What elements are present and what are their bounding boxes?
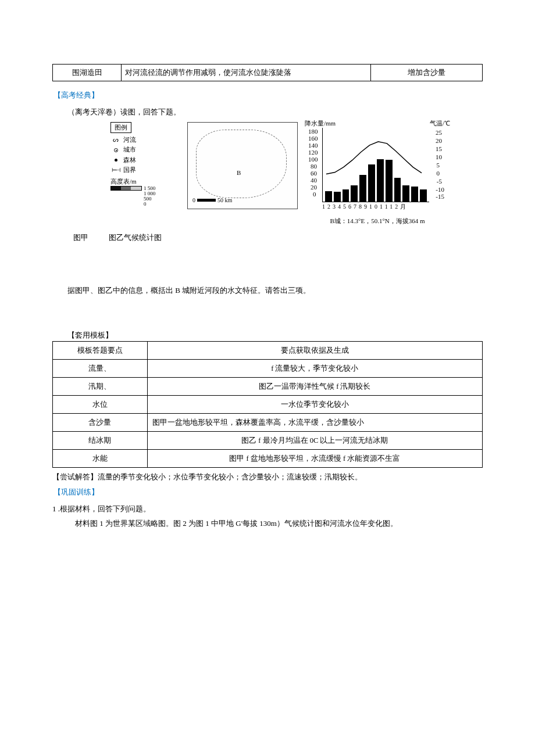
- legend-forest: 森林: [123, 156, 136, 164]
- legend-border: 国界: [123, 166, 136, 174]
- source-line: （离考天滓卷）读图，回答下题。: [52, 106, 483, 119]
- answer-line: 【尝试解答】流量的季节变化较小；水位季节变化较小；含沙量较小；流速较缓；汛期较长…: [52, 471, 483, 483]
- legend-elev-title: 高度表/m: [110, 177, 180, 186]
- table-row: 含沙量图甲一盆地地形较平坦，森林覆盖率高，水流平缓，含沙量较小: [53, 413, 483, 431]
- template-caption: 【套用模板】: [67, 329, 483, 342]
- table-row: 流量、f 流量较大，季节变化较小: [53, 359, 483, 377]
- scale-label: 50 km: [217, 196, 232, 205]
- top-cell-right: 增加含沙量: [370, 65, 482, 81]
- template-table: 模板答题要点 要点获取依据及生成 流量、f 流量较大，季节变化较小 汛期、图乙一…: [52, 341, 483, 468]
- section-gaokao: 【高考经典】: [54, 89, 482, 102]
- chart-right-axis: 气温/℃: [430, 119, 450, 129]
- forest-icon: [110, 159, 121, 162]
- fig-cap-left: 图甲: [73, 233, 88, 242]
- table-row: 结冰期图乙 f 最冷月均温在 0C 以上一河流无结冰期: [53, 431, 483, 449]
- q1-number: 1 .根据材料，回答下列问题。: [52, 503, 483, 515]
- map-legend: 图例 ᔕ河流 城市 森林 ⊢·⊣国界 高度表/m 1 500 1 000 500…: [110, 122, 180, 207]
- scale-bar-icon: [197, 199, 216, 202]
- x-ticks: 123456789101112月: [322, 202, 408, 212]
- figure-row: 图例 ᔕ河流 城市 森林 ⊢·⊣国界 高度表/m 1 500 1 000 500…: [110, 122, 483, 227]
- border-icon: ⊢·⊣: [110, 166, 121, 174]
- figure-captions: 图甲 图乙气候统计图: [73, 232, 483, 244]
- question-text: 据图甲、图乙中的信息，概括出 B 城附近河段的水文特征。请答出三项。: [52, 285, 483, 297]
- table-row: 水能图甲 f 盆地地形较平坦，水流缓慢 f 水能资源不生富: [53, 449, 483, 467]
- fig-cap-right: 图乙气候统计图: [109, 233, 162, 242]
- elevation-bar-icon: [110, 186, 142, 191]
- legend-river: 河流: [123, 135, 136, 144]
- elev-0: 0: [144, 202, 155, 207]
- climate-chart: 降水量/mm 气温/℃ 180 160 140 120 100 80 60 40…: [305, 122, 450, 227]
- river-icon: ᔕ: [110, 135, 121, 144]
- chart-caption: B城：14.3°E，50.1°N，海拔364 m: [305, 216, 450, 227]
- temp-curve-icon: [323, 128, 429, 200]
- section-gonggu: 【巩固训练】: [54, 486, 482, 499]
- map-point-b: B: [237, 168, 241, 178]
- table-row: 汛期、图乙一温带海洋性气候 f 汛期较长: [53, 377, 483, 395]
- th-key: 模板答题要点: [53, 341, 148, 359]
- table-row: 水位一水位季节变化较小: [53, 395, 483, 413]
- legend-city: 城市: [123, 145, 136, 154]
- map-panel: B 0 50 km: [187, 122, 298, 209]
- map-outline: [196, 130, 287, 198]
- chart-axes: [322, 128, 429, 202]
- legend-title: 图例: [110, 122, 131, 133]
- top-cell-left: 围湖造田: [53, 65, 122, 81]
- city-icon: [110, 148, 121, 152]
- scale-zero: 0: [192, 196, 195, 205]
- top-cell-mid: 对河流径流的调节作用减弱，使河流水位陡涨陡落: [122, 65, 371, 81]
- tick-0: 0: [313, 189, 316, 200]
- th-val: 要点获取依据及生成: [147, 341, 482, 359]
- ttick-m15: -15: [436, 192, 444, 202]
- top-table: 围湖造田 对河流径流的调节作用减弱，使河流水位陡涨陡落 增加含沙量: [52, 64, 483, 81]
- q1-material: 材料图 1 为世界某区域略图。图 2 为图 1 中甲地 G'每拔 130m）气候…: [52, 518, 483, 530]
- map-scale: 0 50 km: [192, 196, 232, 205]
